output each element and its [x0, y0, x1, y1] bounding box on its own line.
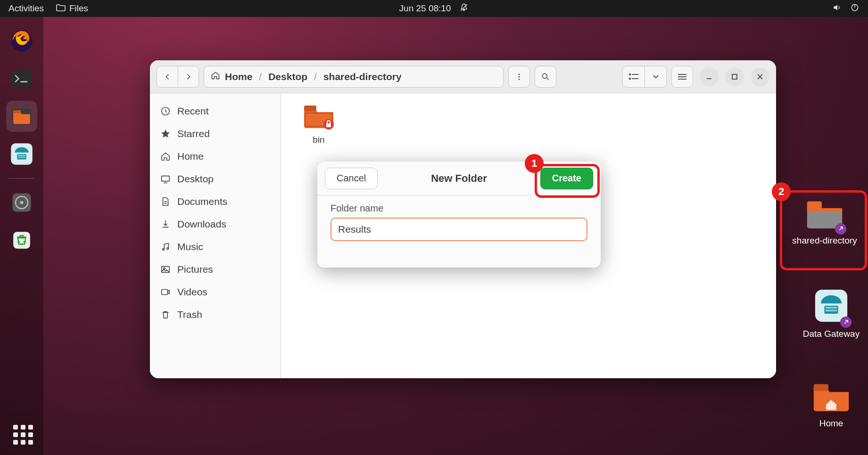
svg-rect-23 [632, 74, 638, 75]
files-sidebar: Recent Starred Home Desktop Documents Do… [150, 93, 281, 378]
show-applications-button[interactable] [13, 425, 33, 445]
nav-buttons [157, 66, 199, 88]
svg-point-18 [519, 76, 520, 77]
cancel-button[interactable]: Cancel [325, 168, 378, 189]
svg-point-19 [519, 78, 520, 80]
folder-name: bin [313, 135, 324, 145]
files-headerbar: Home / Desktop / shared-directory [150, 60, 776, 93]
svg-rect-46 [326, 123, 331, 127]
symlink-badge-icon [835, 223, 846, 235]
sidebar-item-label: Downloads [177, 219, 226, 230]
gnome-topbar: Activities Files Jun 25 08:10 [0, 0, 868, 17]
svg-rect-24 [629, 78, 631, 80]
nav-back-button[interactable] [157, 66, 178, 87]
svg-rect-22 [629, 73, 631, 75]
sidebar-item-label: Trash [177, 309, 202, 320]
window-maximize-button[interactable] [725, 67, 744, 86]
hamburger-menu-button[interactable] [671, 66, 693, 88]
topbar-app-indicator[interactable]: Files [56, 3, 88, 14]
svg-point-15 [19, 241, 20, 243]
sidebar-item-label: Music [177, 241, 203, 252]
sidebar-item-starred[interactable]: Starred [150, 122, 281, 145]
breadcrumb[interactable]: Home / Desktop / shared-directory [204, 66, 504, 88]
svg-point-16 [23, 241, 25, 243]
svg-rect-14 [13, 232, 30, 249]
sidebar-item-home[interactable]: Home [150, 145, 281, 168]
dock-data-gateway[interactable] [6, 138, 37, 170]
nav-forward-button[interactable] [178, 66, 198, 87]
sidebar-item-label: Documents [177, 196, 227, 207]
breadcrumb-current: shared-directory [323, 71, 402, 82]
dock-files[interactable] [6, 101, 37, 132]
search-button[interactable] [535, 66, 556, 88]
svg-point-39 [167, 248, 169, 250]
sidebar-item-label: Pictures [177, 264, 213, 275]
sidebar-item-label: Recent [177, 106, 209, 117]
annotation-badge-1: 1 [525, 154, 544, 173]
svg-rect-53 [814, 384, 828, 390]
desktop-icon-home[interactable]: Home [791, 381, 868, 429]
home-folder-icon [811, 381, 851, 415]
home-icon [211, 71, 220, 82]
desktop-icon-label: Home [819, 418, 843, 429]
desktop-icon-data-gateway[interactable]: Data Gateway [791, 287, 868, 339]
activities-button[interactable]: Activities [8, 3, 44, 14]
folder-item-bin[interactable]: bin [290, 103, 347, 145]
sidebar-item-videos[interactable]: Videos [150, 281, 281, 303]
svg-rect-4 [12, 70, 32, 87]
window-minimize-button[interactable] [700, 67, 719, 86]
sidebar-item-downloads[interactable]: Downloads [150, 213, 281, 236]
volume-icon[interactable] [832, 3, 842, 15]
breadcrumb-desktop[interactable]: Desktop [268, 71, 307, 82]
svg-rect-48 [807, 208, 842, 211]
svg-point-38 [163, 249, 165, 251]
svg-rect-52 [826, 310, 837, 312]
clock[interactable]: Jun 25 08:10 [399, 3, 451, 14]
breadcrumb-separator: / [259, 71, 262, 82]
view-list-button[interactable] [623, 66, 645, 87]
svg-point-20 [542, 73, 547, 78]
svg-point-13 [20, 201, 24, 204]
svg-rect-51 [826, 307, 837, 309]
sidebar-item-documents[interactable]: Documents [150, 190, 281, 213]
data-gateway-icon [813, 287, 850, 326]
desktop-icon-label: Data Gateway [803, 329, 860, 339]
breadcrumb-separator: / [314, 71, 317, 82]
desktop-icon-shared-directory[interactable]: shared-directory [785, 198, 865, 246]
svg-rect-25 [632, 78, 638, 79]
dock-firefox[interactable] [6, 25, 37, 57]
svg-rect-34 [162, 176, 170, 181]
power-icon[interactable] [850, 3, 860, 15]
folder-name-label: Folder name [331, 203, 587, 214]
sidebar-item-pictures[interactable]: Pictures [150, 258, 281, 281]
dialog-title: New Folder [431, 172, 487, 185]
window-close-button[interactable] [751, 67, 769, 86]
svg-rect-30 [732, 74, 737, 79]
svg-rect-10 [18, 157, 25, 158]
sidebar-item-trash[interactable]: Trash [150, 303, 281, 326]
sidebar-item-label: Videos [177, 286, 207, 298]
sidebar-item-desktop[interactable]: Desktop [150, 168, 281, 190]
folder-name-input[interactable] [331, 218, 587, 241]
dock-disk[interactable] [6, 187, 37, 218]
dock-terminal[interactable] [6, 63, 37, 94]
dock [0, 17, 43, 455]
breadcrumb-home[interactable]: Home [225, 71, 252, 82]
notifications-icon[interactable] [459, 3, 469, 15]
svg-rect-43 [304, 106, 316, 111]
svg-rect-9 [18, 155, 25, 156]
svg-rect-47 [807, 201, 822, 208]
location-menu-button[interactable] [508, 66, 530, 88]
svg-rect-42 [162, 290, 168, 295]
sidebar-item-recent[interactable]: Recent [150, 100, 281, 122]
folder-link-icon [805, 198, 844, 233]
view-dropdown-button[interactable] [645, 66, 666, 87]
sidebar-item-label: Starred [177, 128, 210, 139]
desktop-icon-label: shared-directory [792, 236, 857, 246]
sidebar-item-music[interactable]: Music [150, 236, 281, 258]
dock-trash[interactable] [6, 225, 37, 256]
svg-rect-6 [13, 110, 21, 114]
svg-line-21 [547, 78, 549, 80]
sidebar-item-label: Home [177, 151, 204, 162]
svg-point-17 [519, 73, 520, 75]
